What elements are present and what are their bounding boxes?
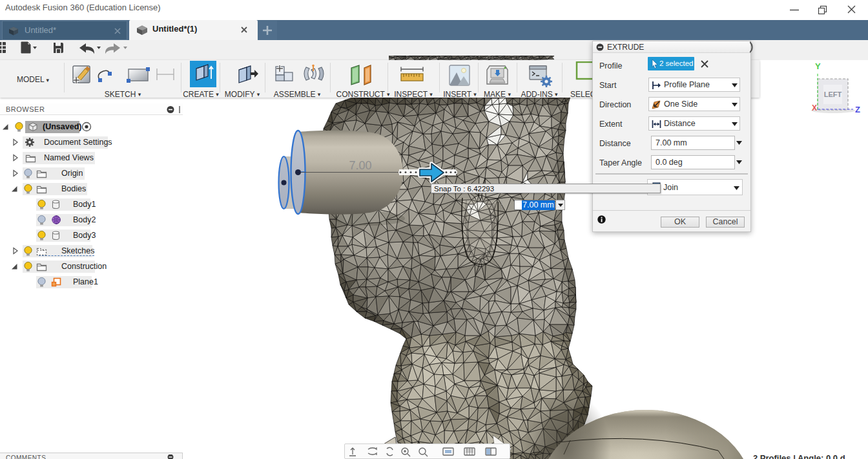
svg-text:Y: Y: [815, 61, 821, 71]
svg-text:LEFT: LEFT: [824, 91, 842, 98]
svg-text:Z: Z: [855, 105, 860, 114]
svg-text:X: X: [812, 103, 817, 112]
